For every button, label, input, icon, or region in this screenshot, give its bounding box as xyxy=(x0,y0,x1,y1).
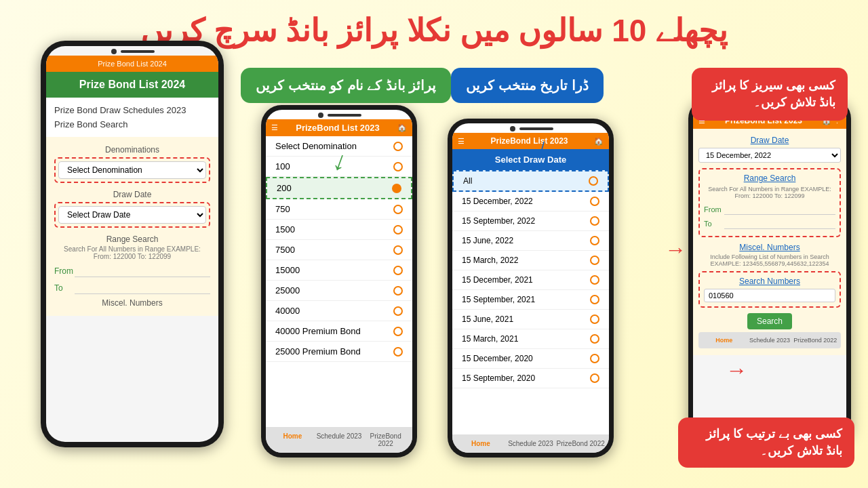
phone4: ☰ PrizeBond List 2023 🏠 ⋮ Draw Date 15 D… xyxy=(688,98,851,444)
phone4-to-label: To xyxy=(704,220,724,228)
green-label-bubble: پرائز بانڈ کے نام کو منتخب کریں xyxy=(241,68,451,103)
phone2-footer-schedule[interactable]: Schedule 2023 xyxy=(316,430,363,449)
phone4-misc-desc: Include Following List of Numbers in Sea… xyxy=(698,253,841,267)
denom-label-750: 750 xyxy=(275,204,290,214)
denom-row-200[interactable]: 200 xyxy=(266,177,412,199)
denom-row-25000[interactable]: 25000 xyxy=(266,281,412,301)
radio-7500[interactable] xyxy=(393,245,403,255)
phone1-from-input[interactable] xyxy=(75,264,210,277)
radio-sep20[interactable] xyxy=(590,373,599,383)
phone4-footer-prizebond[interactable]: PrizeBond 2022 xyxy=(793,335,838,346)
phone3-footer-home[interactable]: Home xyxy=(456,438,506,449)
draw-row-mar21[interactable]: 15 March, 2021 xyxy=(452,329,609,349)
draw-label-sep21: 15 September, 2021 xyxy=(462,295,535,304)
denom-label-100: 100 xyxy=(275,161,290,171)
phone4-misc-title: Miscel. Numbers xyxy=(698,243,841,252)
speaker-bar xyxy=(121,50,155,53)
draw-label-jun22: 15 June, 2022 xyxy=(462,236,513,245)
phone1-menu-item-2[interactable]: Prize Bond Search xyxy=(54,117,210,131)
phone4-from-label: From xyxy=(704,205,724,214)
phone1-denomination-box[interactable]: Select Denomination xyxy=(54,157,210,183)
radio-1500[interactable] xyxy=(393,225,403,235)
draw-row-sep22[interactable]: 15 September, 2022 xyxy=(452,211,609,231)
speaker-bar-p3 xyxy=(519,127,553,130)
denom-row-40000[interactable]: 40000 xyxy=(266,301,412,321)
denom-row-25000p[interactable]: 25000 Premium Bond xyxy=(266,342,412,362)
phone4-search-input[interactable] xyxy=(704,289,835,302)
radio-dec22[interactable] xyxy=(590,197,599,206)
radio-mar22[interactable] xyxy=(590,256,599,265)
radio-all[interactable] xyxy=(589,176,598,186)
draw-label-dec22: 15 December, 2022 xyxy=(462,197,533,206)
draw-row-mar22[interactable]: 15 March, 2022 xyxy=(452,251,609,270)
radio-750[interactable] xyxy=(393,205,403,214)
draw-label-sep20: 15 September, 2020 xyxy=(462,373,535,383)
radio-jun22[interactable] xyxy=(590,236,599,245)
phone1: Prize Bond List 2024 Prize Bond List 202… xyxy=(41,41,224,447)
radio-jun21[interactable] xyxy=(590,314,599,324)
phone4-to-input[interactable] xyxy=(724,218,835,229)
phone1-draw-date-select[interactable]: Select Draw Date xyxy=(58,206,206,224)
radio-dec21[interactable] xyxy=(590,275,599,285)
phone4-range-box: Range Search Search For All Numbers in R… xyxy=(698,168,841,237)
red-arrow-range: → xyxy=(665,237,686,262)
denom-label-1500: 1500 xyxy=(275,224,295,235)
radio-100[interactable] xyxy=(393,162,403,171)
draw-label-mar21: 15 March, 2021 xyxy=(462,334,518,344)
radio-15000[interactable] xyxy=(393,266,403,275)
radio-40000p[interactable] xyxy=(393,327,403,336)
radio-25000p[interactable] xyxy=(393,347,403,357)
phone4-draw-date-label: Draw Date xyxy=(698,136,841,145)
draw-row-sep21[interactable]: 15 September, 2021 xyxy=(452,290,609,310)
denom-row-7500[interactable]: 7500 xyxy=(266,240,412,260)
phone4-search-box: Search Numbers xyxy=(698,271,841,308)
speaker-bar-p2 xyxy=(328,114,361,117)
draw-label-dec21: 15 December, 2021 xyxy=(462,275,533,285)
radio-dec20[interactable] xyxy=(590,354,599,363)
phone4-draw-date-select[interactable]: 15 December, 2022 xyxy=(698,148,841,163)
radio-select[interactable] xyxy=(393,142,403,151)
radio-40000[interactable] xyxy=(393,306,403,316)
radio-sep21[interactable] xyxy=(590,295,599,304)
draw-row-dec20[interactable]: 15 December, 2020 xyxy=(452,349,609,369)
draw-row-jun22[interactable]: 15 June, 2022 xyxy=(452,231,609,251)
denom-label-40000: 40000 xyxy=(275,306,300,316)
draw-row-dec22[interactable]: 15 December, 2022 xyxy=(452,192,609,211)
draw-row-jun21[interactable]: 15 June, 2021 xyxy=(452,310,609,329)
phone3: ☰ PrizeBond List 2023 🏠 Select Draw Date… xyxy=(448,119,614,458)
phone1-to-input[interactable] xyxy=(75,281,210,294)
phone4-footer-schedule[interactable]: Schedule 2023 xyxy=(747,335,792,346)
denom-row-40000p[interactable]: 40000 Premium Bond xyxy=(266,321,412,342)
denom-row-15000[interactable]: 15000 xyxy=(266,260,412,281)
phone1-denominations-label: Denominations xyxy=(54,145,210,155)
phone2-footer-home[interactable]: Home xyxy=(269,430,316,449)
radio-25000[interactable] xyxy=(393,286,403,296)
phone1-menu-item-1[interactable]: Prize Bond Draw Schedules 2023 xyxy=(54,103,210,117)
phone3-footer: Home Schedule 2023 PrizeBond 2022 xyxy=(452,434,609,453)
draw-row-all[interactable]: All xyxy=(452,170,609,192)
phone4-footer-home[interactable]: Home xyxy=(701,335,747,346)
draw-row-sep20[interactable]: 15 September, 2020 xyxy=(452,369,609,388)
phone2-footer-prizebond[interactable]: PrizeBond 2022 xyxy=(362,430,409,449)
draw-label-mar22: 15 March, 2022 xyxy=(462,256,518,265)
denom-row-750[interactable]: 750 xyxy=(266,199,412,220)
phone4-search-button[interactable]: Search xyxy=(747,313,792,329)
denom-label-7500: 7500 xyxy=(275,245,295,255)
phone4-range-desc: Search For All Numbers in Range EXAMPLE:… xyxy=(704,186,835,199)
phone3-footer-prizebond[interactable]: PrizeBond 2022 xyxy=(555,438,606,449)
radio-sep22[interactable] xyxy=(590,216,599,226)
radio-mar21[interactable] xyxy=(590,334,599,344)
phone1-title: Prize Bond List 2024 xyxy=(79,79,186,90)
phone1-header-title: Prize Bond List 2024 xyxy=(98,60,167,68)
blue-label-bubble: ڈرا تاریخ منتخب کریں xyxy=(451,68,604,103)
radio-200[interactable] xyxy=(392,184,401,193)
draw-row-dec21[interactable]: 15 December, 2021 xyxy=(452,270,609,290)
phone3-footer-schedule[interactable]: Schedule 2023 xyxy=(506,438,556,449)
red-arrow-search: → xyxy=(726,358,747,383)
denom-row-1500[interactable]: 1500 xyxy=(266,220,412,240)
phone4-from-input[interactable] xyxy=(724,203,835,215)
phone1-denomination-select[interactable]: Select Denomination xyxy=(58,161,206,179)
phone1-from-label: From xyxy=(54,266,75,276)
phone1-draw-date-box[interactable]: Select Draw Date xyxy=(54,202,210,228)
phone4-footer: Home Schedule 2023 PrizeBond 2022 xyxy=(698,332,841,348)
